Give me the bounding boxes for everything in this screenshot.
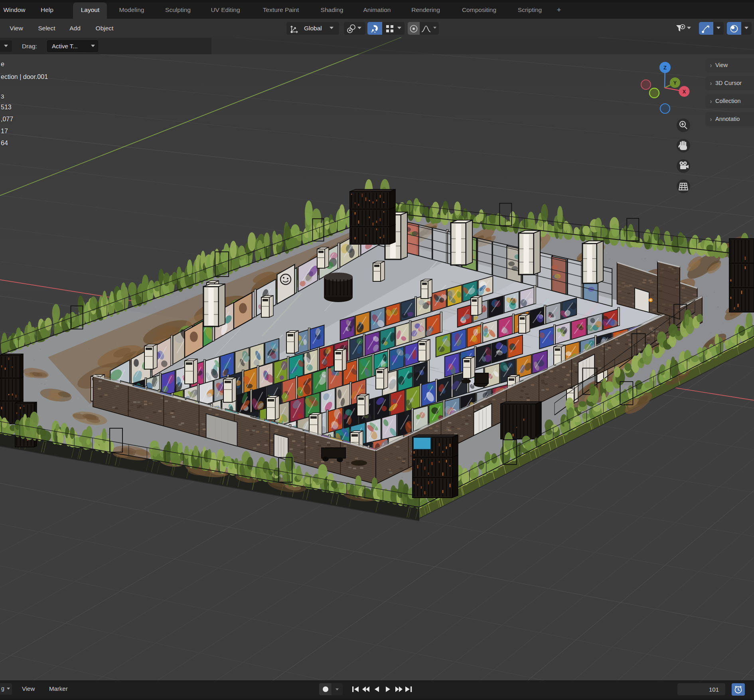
svg-text:Z: Z [663,65,667,71]
svg-text:X: X [683,89,686,95]
svg-text:Y: Y [673,80,677,86]
